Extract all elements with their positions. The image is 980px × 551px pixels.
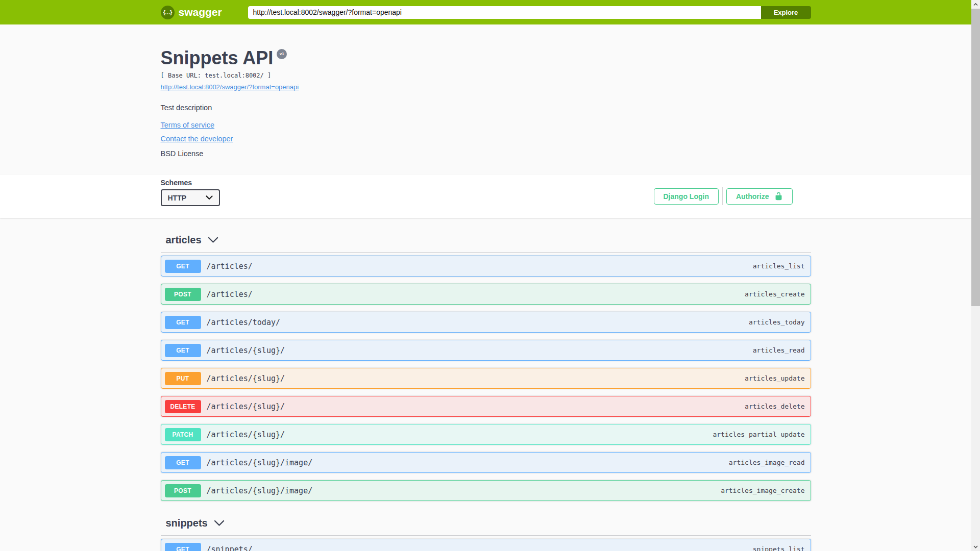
operation-path: /articles/: [207, 262, 253, 271]
method-badge: POST: [165, 484, 201, 497]
method-badge: POST: [165, 288, 201, 301]
chevron-down-icon: [206, 195, 213, 200]
scroll-down-button[interactable]: [971, 542, 980, 551]
operation-row[interactable]: DELETE /articles/{slug}/ articles_delete: [161, 396, 811, 417]
operation-row[interactable]: POST /articles/{slug}/image/ articles_im…: [161, 480, 811, 501]
version-badge: v1: [277, 49, 287, 59]
section-header[interactable]: snippets: [161, 518, 811, 536]
scrollbar-thumb[interactable]: [971, 9, 980, 306]
api-title-text: Snippets API: [161, 47, 274, 68]
section-title: articles: [166, 235, 202, 245]
operation-id: articles_list: [753, 262, 805, 270]
method-badge: GET: [165, 316, 201, 329]
operation-row[interactable]: GET /snippets/ snippets_list: [161, 539, 811, 551]
method-badge: GET: [165, 543, 201, 551]
method-badge: PATCH: [165, 428, 201, 441]
braces-icon: {…}: [161, 6, 175, 19]
operation-id: articles_today: [749, 318, 805, 326]
operation-row[interactable]: GET /articles/{slug}/image/ articles_ima…: [161, 452, 811, 473]
topbar: {…} swagger Explore: [0, 0, 971, 24]
operation-row[interactable]: POST /articles/ articles_create: [161, 284, 811, 305]
operation-id: articles_delete: [745, 403, 804, 410]
schemes-label: Schemes: [161, 179, 811, 187]
operation-path: /articles/{slug}/image/: [207, 486, 313, 495]
auth-divider: [722, 187, 723, 205]
section-title: snippets: [166, 518, 208, 528]
method-badge: PUT: [165, 372, 201, 385]
operation-id: articles_partial_update: [713, 431, 804, 438]
spec-url-input[interactable]: [248, 6, 761, 19]
operation-row[interactable]: GET /articles/{slug}/ articles_read: [161, 340, 811, 361]
operation-id: articles_image_create: [721, 487, 804, 494]
method-badge: DELETE: [165, 400, 201, 413]
operation-path: /articles/{slug}/image/: [207, 458, 313, 467]
operation-path: /articles/{slug}/: [207, 374, 285, 383]
api-description: Test description: [161, 104, 811, 112]
scrollbar[interactable]: [971, 0, 980, 551]
schemes-selected-value: HTTP: [168, 194, 206, 202]
logo-text: swagger: [179, 6, 222, 18]
schemes-select[interactable]: HTTP: [161, 189, 220, 206]
operation-path: /articles/: [207, 290, 253, 299]
operation-row[interactable]: PUT /articles/{slug}/ articles_update: [161, 368, 811, 389]
api-tag-section: articles GET /articles/ articles_list PO…: [161, 235, 811, 501]
explore-button[interactable]: Explore: [761, 6, 811, 19]
license-text: BSD License: [161, 149, 811, 158]
operation-id: articles_read: [753, 346, 805, 354]
django-login-button[interactable]: Django Login: [654, 188, 719, 205]
operation-list: GET /snippets/ snippets_list: [161, 539, 811, 551]
spec-link[interactable]: http://test.local:8002/swagger/?format=o…: [161, 83, 299, 91]
scheme-container: Schemes HTTP Django Login Authorize: [0, 175, 971, 218]
api-tag-section: snippets GET /snippets/ snippets_list: [161, 518, 811, 551]
operation-id: articles_create: [745, 290, 804, 298]
unlock-icon: [774, 192, 783, 201]
operation-row[interactable]: PATCH /articles/{slug}/ articles_partial…: [161, 424, 811, 445]
method-badge: GET: [165, 260, 201, 273]
swagger-logo: {…} swagger: [161, 6, 222, 19]
operation-id: articles_image_read: [729, 459, 805, 466]
base-url: [ Base URL: test.local:8002/ ]: [161, 72, 811, 79]
chevron-up-icon: [973, 3, 978, 6]
page-title: Snippets APIv1: [161, 48, 811, 68]
django-login-label: Django Login: [664, 192, 709, 201]
download-url-form: Explore: [248, 6, 811, 19]
api-info-section: Snippets APIv1 [ Base URL: test.local:80…: [0, 24, 971, 175]
chevron-down-icon: [214, 520, 225, 527]
operation-path: /snippets/: [207, 545, 253, 551]
operation-path: /articles/today/: [207, 318, 281, 327]
auth-wrapper: Django Login Authorize: [654, 187, 793, 205]
operation-row[interactable]: GET /articles/today/ articles_today: [161, 312, 811, 333]
method-badge: GET: [165, 344, 201, 357]
operations-section: articles GET /articles/ articles_list PO…: [0, 235, 971, 551]
authorize-button[interactable]: Authorize: [726, 188, 793, 205]
operation-row[interactable]: GET /articles/ articles_list: [161, 256, 811, 277]
operation-path: /articles/{slug}/: [207, 430, 285, 439]
swagger-ui-page: {…} swagger Explore Snippets APIv1 [ Bas…: [0, 0, 971, 551]
operation-id: articles_update: [745, 374, 804, 382]
method-badge: GET: [165, 456, 201, 469]
section-header[interactable]: articles: [161, 235, 811, 253]
chevron-down-icon: [208, 237, 218, 243]
terms-of-service-link[interactable]: Terms of service: [161, 121, 215, 129]
operation-id: snippets_list: [753, 545, 805, 551]
operation-path: /articles/{slug}/: [207, 402, 285, 411]
operation-list: GET /articles/ articles_list POST /artic…: [161, 256, 811, 501]
authorize-label: Authorize: [736, 192, 769, 201]
contact-developer-link[interactable]: Contact the developer: [161, 135, 233, 143]
chevron-down-icon: [973, 545, 978, 548]
scroll-up-button[interactable]: [971, 0, 980, 9]
operation-path: /articles/{slug}/: [207, 346, 285, 355]
